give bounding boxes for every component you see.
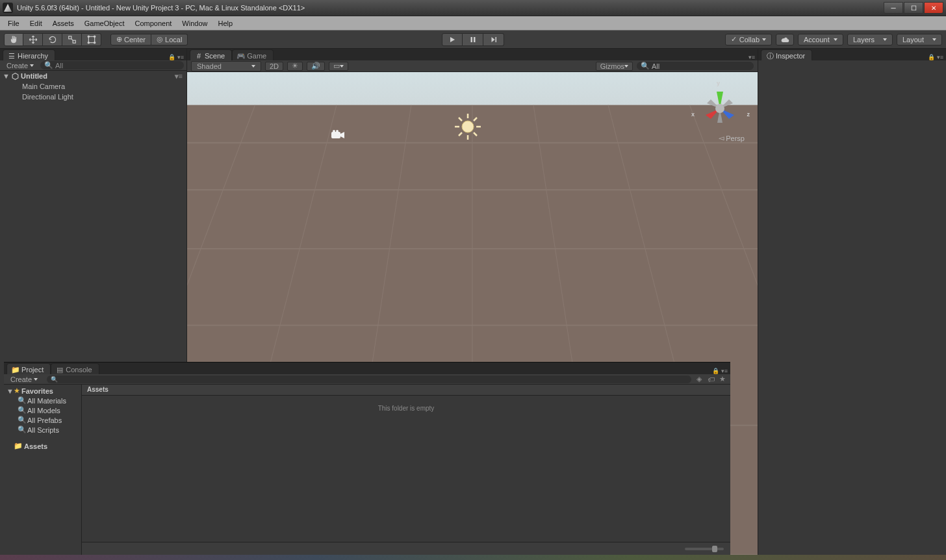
move-tool[interactable] [23,33,43,46]
project-filter-icons: ◈ 🏷 ★ [694,375,728,384]
hierarchy-create-dropdown[interactable]: Create [3,62,38,70]
menu-edit[interactable]: Edit [25,18,47,29]
gizmos-dropdown[interactable]: Gizmos [596,62,633,71]
projection-icon: ◅ [719,134,724,142]
chevron-down-icon [251,65,255,68]
audio-toggle[interactable]: 🔊 [307,62,325,71]
thumbnail-size-slider[interactable] [685,548,724,550]
layout-dropdown[interactable]: Layout [897,34,942,45]
search-icon: 🔍 [18,406,26,414]
favorite-item[interactable]: 🔍All Models [4,405,81,415]
lighting-toggle[interactable]: ☀ [287,62,303,71]
scene-tab[interactable]: #Scene [190,49,232,60]
menu-window[interactable]: Window [177,18,212,29]
game-tab[interactable]: 🎮Game [232,49,274,60]
window-controls: ─ ☐ ✕ [884,2,943,14]
axis-y-label: y [717,80,720,86]
favorite-item[interactable]: 🔍All Materials [4,396,81,405]
directional-light-gizmo-icon[interactable] [452,111,483,142]
svg-point-5 [88,42,89,43]
scene-search[interactable]: 🔍All [637,62,754,70]
window-frame-bottom [0,555,946,560]
maximize-button[interactable]: ☐ [904,2,923,14]
project-tab[interactable]: 📁Project [6,363,51,374]
project-panel: 📁Project ▤Console 🔒 ▾≡ Create 🔍 ◈ 🏷 ★ ▼★… [4,362,730,555]
pivot-center-button[interactable]: ⊕Center [110,34,151,45]
scene-tab-options[interactable]: ▾≡ [748,54,758,60]
project-breadcrumb[interactable]: Assets [82,385,730,396]
inspector-tab[interactable]: ⓘInspector [761,49,812,60]
rect-tool[interactable] [82,33,101,46]
project-create-dropdown[interactable]: Create [6,375,42,383]
chevron-down-icon [932,38,936,41]
assets-folder[interactable]: 📁Assets [4,441,81,451]
orientation-gizmo[interactable]: x y z [694,80,746,138]
fx-dropdown[interactable]: ▭ [329,62,348,71]
axis-z-label: z [747,111,750,118]
save-search-icon[interactable]: ★ [717,375,728,384]
inspector-panel: ⓘInspector 🔒 ▾≡ [758,49,946,555]
menu-help[interactable]: Help [212,18,238,29]
menu-component[interactable]: Component [129,18,177,29]
hierarchy-item[interactable]: Directional Light [0,92,186,102]
project-tree[interactable]: ▼★Favorites 🔍All Materials 🔍All Models 🔍… [4,385,82,555]
cloud-button[interactable] [776,34,794,45]
menu-file[interactable]: File [3,18,25,29]
menu-gameobject[interactable]: GameObject [79,18,130,29]
svg-line-33 [459,133,462,136]
chevron-down-icon [624,65,628,68]
svg-point-25 [462,121,474,133]
hierarchy-tab-options[interactable]: 🔒 ▾≡ [168,54,186,60]
favorites-header[interactable]: ▼★Favorites [4,386,81,396]
project-empty-message: This folder is empty [82,396,730,542]
svg-line-30 [459,118,462,121]
inspector-tab-options[interactable]: 🔒 ▾≡ [928,54,946,60]
shading-mode-dropdown[interactable]: Shaded [191,61,261,71]
projection-label[interactable]: ◅Persp [719,134,745,142]
collab-dropdown[interactable]: ✓Collab [725,34,772,45]
filter-by-type-icon[interactable]: ◈ [694,375,704,384]
main-toolbar: ⊕Center ◎Local ✓Collab Account Layers La… [0,31,946,49]
hand-tool[interactable] [4,33,23,46]
hierarchy-search[interactable]: 🔍All [40,61,184,70]
chevron-down-icon [30,64,34,67]
scene-icon: # [196,53,202,59]
expand-arrow-icon[interactable]: ▼ [3,72,9,80]
close-button[interactable]: ✕ [924,2,943,14]
scene-options-icon[interactable]: ▾≡ [175,72,186,81]
camera-gizmo-icon[interactable] [330,129,346,141]
svg-point-6 [94,42,95,43]
menu-assets[interactable]: Assets [47,18,79,29]
chevron-down-icon [34,378,38,381]
svg-point-3 [88,36,89,37]
minimize-button[interactable]: ─ [884,2,903,14]
account-dropdown[interactable]: Account [798,34,843,45]
unity-logo-icon [3,3,13,13]
console-tab[interactable]: ▤Console [51,363,99,374]
svg-rect-9 [495,37,496,42]
svg-rect-0 [68,36,71,38]
inspector-body [758,60,946,66]
hierarchy-scene-row[interactable]: ▼ Untitled ▾≡ [0,71,186,81]
pivot-controls: ⊕Center ◎Local [110,34,188,45]
folder-icon: 📁 [14,442,23,450]
chevron-down-icon [883,38,887,41]
svg-line-31 [474,133,477,136]
filter-by-label-icon[interactable]: 🏷 [706,375,716,384]
favorite-item[interactable]: 🔍All Prefabs [4,415,81,425]
step-button[interactable] [483,33,504,46]
star-icon: ★ [14,387,20,395]
project-search[interactable]: 🔍 [47,375,691,383]
project-tab-options[interactable]: 🔒 ▾≡ [712,368,730,374]
hierarchy-tab[interactable]: ☰ Hierarchy [3,49,55,60]
hierarchy-item[interactable]: Main Camera [0,81,186,92]
play-button[interactable] [442,33,463,46]
pivot-local-button[interactable]: ◎Local [151,34,188,45]
2d-toggle[interactable]: 2D [265,62,283,71]
rotate-tool[interactable] [43,33,62,46]
pause-button[interactable] [463,33,483,46]
scale-tool[interactable] [62,33,82,46]
local-icon: ◎ [157,35,163,44]
favorite-item[interactable]: 🔍All Scripts [4,425,81,435]
layers-dropdown[interactable]: Layers [847,34,893,45]
